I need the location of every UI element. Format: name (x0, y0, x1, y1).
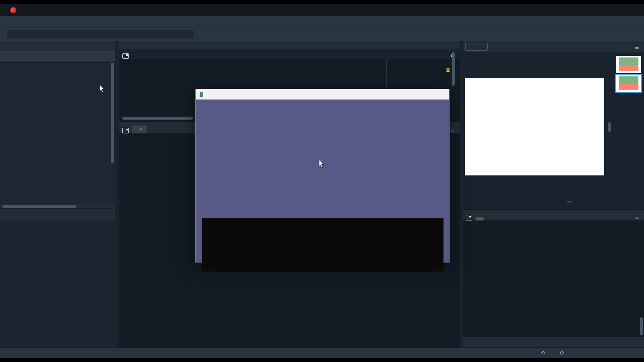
tab-variable-explorer[interactable] (530, 201, 535, 202)
system-monitor-app-icon (200, 92, 205, 97)
working-directory-input[interactable] (6, 30, 194, 39)
titlebar (0, 4, 644, 16)
console-tab[interactable]: ✕ (132, 125, 147, 133)
history-pane: ≡ (463, 209, 644, 347)
menubar (0, 16, 644, 27)
editor-vertical-scrollbar[interactable] (452, 52, 455, 86)
browse-tabs-icon[interactable] (122, 128, 129, 133)
history-tabbar: ≡ (463, 210, 644, 220)
editor-tabbar: ≡ (119, 49, 460, 59)
warning-marker (447, 70, 450, 72)
right-pane-tabs (463, 200, 644, 209)
warning-marker (447, 68, 450, 69)
history-bottom-tabs (463, 337, 644, 347)
plots-pane (463, 52, 644, 200)
main-toolbar (0, 27, 644, 41)
ram-usage-value (366, 163, 439, 183)
browse-tabs-icon[interactable] (466, 215, 472, 220)
plot-thumbnail-selected[interactable] (616, 75, 641, 92)
cpu-usage-value (206, 163, 279, 183)
system-monitor-window (195, 89, 450, 262)
close-tab-icon[interactable]: ✕ (139, 127, 143, 132)
history-options-menu-icon[interactable]: ≡ (635, 213, 639, 220)
lsp-status-icon: ⟲ (541, 350, 545, 356)
outline-pane (0, 208, 115, 347)
files-pane (0, 41, 115, 208)
browse-tabs-icon[interactable] (122, 53, 129, 59)
spyder-window: ≡ ✕ ≡ ≡ (0, 0, 644, 362)
plots-splitter-handle[interactable] (608, 122, 611, 132)
bottom-black-strip (0, 358, 644, 362)
files-vertical-scrollbar[interactable] (111, 63, 114, 163)
history-vertical-scrollbar[interactable] (640, 317, 643, 335)
matplotlib-figure (465, 78, 604, 175)
console-options-menu-icon[interactable]: ≡ (450, 126, 454, 133)
statusbar: ⟲ ⚙ (0, 347, 644, 358)
files-list (0, 61, 115, 205)
show-ram-graph-button[interactable] (306, 179, 344, 188)
system-monitor-titlebar[interactable] (196, 89, 449, 100)
spyder-logo-icon (10, 7, 16, 13)
cpu-percent-chart (202, 218, 444, 272)
tab-plots[interactable] (567, 201, 572, 202)
ensemble-classifier-chart (465, 78, 604, 175)
outline-pane-toolbar (0, 209, 115, 220)
history-content (463, 220, 644, 337)
plots-zoom-level[interactable] (465, 43, 488, 51)
editor-horizontal-scrollbar[interactable] (122, 117, 193, 120)
plots-toolbar: ≡ (463, 41, 644, 52)
history-file-tab[interactable] (475, 217, 484, 220)
show-cpu-graph-button[interactable] (306, 166, 344, 175)
plot-thumbnail[interactable] (616, 56, 641, 73)
plots-options-menu-icon[interactable]: ≡ (635, 43, 639, 51)
files-header-row (0, 51, 115, 61)
files-horizontal-scrollbar[interactable] (3, 205, 76, 208)
top-black-strip (0, 0, 644, 4)
files-pane-toolbar (0, 41, 115, 51)
conda-env-icon: ⚙ (559, 350, 564, 356)
